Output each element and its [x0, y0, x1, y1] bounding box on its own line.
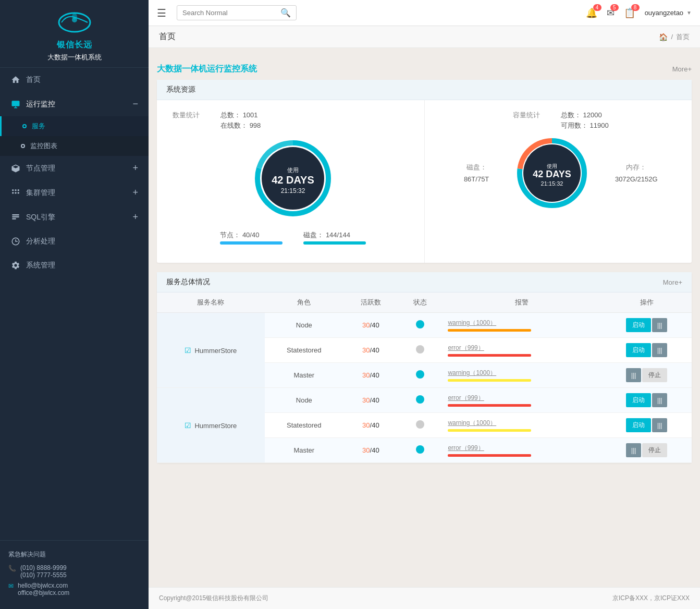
sidebar-item-monitor[interactable]: 运行监控 − [0, 92, 149, 116]
phone-icon: 📞 [8, 565, 16, 572]
service-status-1-1 [398, 413, 441, 438]
email-contact: ✉ hello@bjwlcx.com office@bjwlcx.com [8, 582, 140, 596]
sidebar-item-node-label: 节点管理 [26, 164, 132, 173]
sidebar-nav: 首页 运行监控 − 服务 监控图表 节点管理 [0, 68, 149, 540]
sidebar-item-cluster-label: 集群管理 [26, 188, 132, 198]
email2: office@bjwlcx.com [18, 589, 69, 596]
dashboard-more-link[interactable]: More+ [672, 65, 692, 73]
search-icon[interactable]: 🔍 [280, 8, 291, 18]
sidebar-item-sysmanage[interactable]: 系统管理 [0, 253, 149, 277]
capacity-donut-svg: 使用 42 DAYS 21:15:32 [515, 137, 588, 210]
quantity-total: 总数： 1001 [220, 111, 261, 120]
svg-text:42 DAYS: 42 DAYS [272, 174, 314, 186]
services-header: 服务总体情况 More+ [157, 272, 692, 293]
pause-btn-0-2[interactable]: ||| [626, 368, 641, 382]
warning-link-0-0[interactable]: warning（1000） [448, 319, 496, 326]
phone1: (010) 8888-9999 [20, 564, 67, 571]
warning-link-1-2[interactable]: error（999） [448, 444, 484, 452]
footer-icp: 京ICP备XXX，京ICP证XXX [612, 594, 690, 603]
warning-link-0-2[interactable]: warning（1000） [448, 369, 496, 376]
status-dot-0-2 [416, 370, 424, 379]
pause-btn2-1-0[interactable]: ||| [652, 393, 667, 407]
start-btn-0-0[interactable]: 启动 [626, 318, 651, 332]
pause-btn-1-2[interactable]: ||| [626, 443, 641, 457]
pause-btn2-0-1[interactable]: ||| [652, 343, 667, 357]
disk-stat: 磁盘： 144/144 [303, 230, 366, 245]
status-dot-1-0 [416, 395, 424, 404]
email1: hello@bjwlcx.com [18, 582, 69, 589]
cluster-expand-icon: + [132, 187, 138, 198]
emergency-label: 紧急解决问题 [8, 550, 140, 559]
search-input[interactable] [182, 9, 280, 17]
content-area: 大数据一体机运行监控系统 More+ 系统资源 数量统计 总数： [149, 48, 700, 587]
service-group-name-1: ☑HummerStore [157, 388, 265, 463]
service-status-0-1 [398, 338, 441, 363]
svg-rect-5 [12, 189, 14, 191]
start-btn-0-1[interactable]: 启动 [626, 343, 651, 357]
svg-rect-6 [15, 189, 17, 191]
col-warning: 报警 [441, 293, 601, 313]
service-action-1-2: |||停止 [601, 438, 692, 463]
service-role-1-1: Statestored [265, 413, 343, 438]
sidebar-sub-service[interactable]: 服务 [0, 116, 149, 136]
service-role-1-0: Node [265, 388, 343, 413]
capacity-donut: 使用 42 DAYS 21:15:32 [515, 137, 588, 210]
dashboard-title: 大数据一体机运行监控系统 [157, 64, 257, 75]
message-btn[interactable]: ✉ 5 [607, 7, 615, 19]
capacity-available: 可用数： 11900 [561, 121, 609, 130]
bell-badge: 4 [593, 4, 601, 11]
breadcrumb-home-icon: 🏠 [659, 33, 668, 41]
menu-button[interactable]: ☰ [157, 7, 166, 19]
sidebar-logo: 银信长远 大数据一体机系统 [0, 0, 149, 68]
sidebar-sub-service-label: 服务 [32, 121, 45, 131]
sidebar-item-cluster[interactable]: 集群管理 + [0, 180, 149, 205]
stats-row: 数量统计 总数： 1001 在线数： 998 [157, 100, 692, 263]
services-table-body: ☑HummerStoreNode30/40 warning（1000） 启动||… [157, 313, 692, 463]
sidebar-item-home[interactable]: 首页 [0, 68, 149, 92]
svg-rect-12 [12, 216, 19, 217]
chart-dot [21, 144, 25, 148]
stop-btn-0-2[interactable]: 停止 [642, 368, 667, 382]
breadcrumb-right: 🏠 / 首页 [659, 32, 690, 42]
sidebar-item-node[interactable]: 节点管理 + [0, 156, 149, 180]
start-btn-1-0[interactable]: 启动 [626, 393, 651, 407]
sidebar-sub-chart-label: 监控图表 [30, 141, 57, 151]
sidebar-item-sql[interactable]: SQL引擎 + [0, 205, 149, 229]
service-status-0-2 [398, 363, 441, 388]
phone-contact: 📞 (010) 8888-9999 (010) 7777-5555 [8, 564, 140, 579]
user-menu[interactable]: ouyangzetao ▼ [645, 9, 692, 17]
svg-rect-2 [12, 101, 20, 106]
pause-btn2-0-0[interactable]: ||| [652, 318, 667, 332]
col-service-name: 服务名称 [157, 293, 265, 313]
service-active-0-0: 30/40 [343, 313, 398, 338]
service-role-0-0: Node [265, 313, 343, 338]
sidebar-item-home-label: 首页 [26, 75, 138, 84]
service-active-0-1: 30/40 [343, 338, 398, 363]
warning-link-1-0[interactable]: error（999） [448, 394, 484, 401]
monitor-icon [10, 99, 21, 109]
warning-link-1-1[interactable]: warning（1000） [448, 419, 496, 427]
status-dot-1-1 [416, 420, 424, 429]
sidebar-item-analysis[interactable]: 分析处理 [0, 229, 149, 253]
sidebar-footer: 紧急解决问题 📞 (010) 8888-9999 (010) 7777-5555… [0, 540, 149, 609]
warning-link-0-1[interactable]: error（999） [448, 344, 484, 351]
capacity-stats: 容量统计 总数： 12000 可用数： 11900 [425, 100, 692, 263]
username-label: ouyangzetao [645, 9, 683, 17]
sidebar-sub-chart[interactable]: 监控图表 [0, 136, 149, 156]
services-more-link[interactable]: More+ [663, 278, 682, 286]
footer-copyright: Copyright@2015银信科技股份有限公司 [159, 594, 268, 603]
quantity-stats: 数量统计 总数： 1001 在线数： 998 [157, 100, 425, 263]
service-status-1-2 [398, 438, 441, 463]
system-resource-header: 系统资源 [157, 80, 692, 100]
start-btn-1-1[interactable]: 启动 [626, 418, 651, 432]
stop-btn-1-2[interactable]: 停止 [642, 443, 667, 457]
alert-btn[interactable]: 📋 8 [624, 7, 635, 19]
pause-btn2-1-1[interactable]: ||| [652, 418, 667, 432]
svg-rect-7 [18, 189, 19, 191]
svg-text:42 DAYS: 42 DAYS [533, 169, 571, 179]
cluster-icon [10, 188, 21, 198]
notification-bell-btn[interactable]: 🔔 4 [586, 7, 597, 19]
status-dot-1-2 [416, 445, 424, 454]
service-active-0-2: 30/40 [343, 363, 398, 388]
breadcrumb-bar: 首页 🏠 / 首页 [149, 26, 700, 48]
